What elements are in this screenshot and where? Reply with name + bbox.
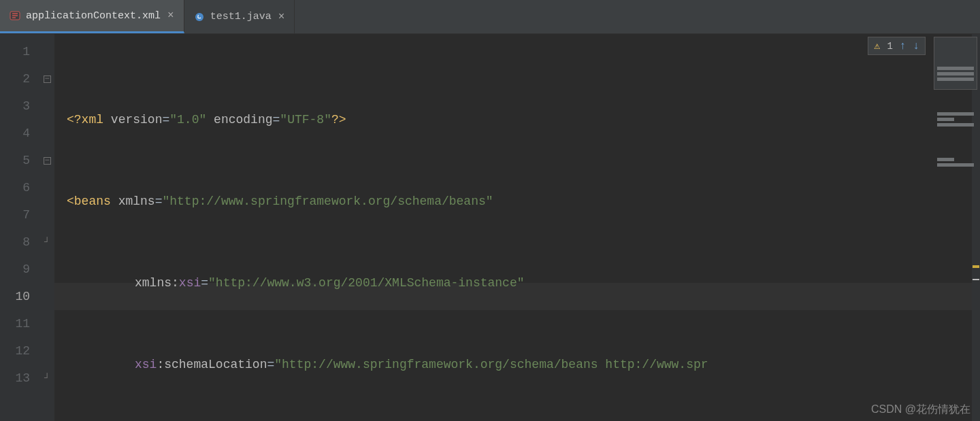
line-number: 7	[0, 201, 30, 229]
java-file-icon	[194, 12, 205, 22]
fold-end-icon: ┘	[39, 365, 54, 392]
code-line: <beans xmlns="http://www.springframework…	[67, 188, 980, 215]
prev-problem-icon[interactable]: ↑	[900, 40, 906, 52]
code-editor[interactable]: 1 2 3 4 5 6 7 8 9 10 11 12 13 − − ┘ ┘ <?…	[0, 34, 980, 421]
tab-label: applicationContext.xml	[26, 10, 161, 22]
warning-icon: ⚠	[874, 39, 880, 52]
fold-toggle-icon[interactable]: −	[39, 65, 54, 92]
close-icon[interactable]: ×	[277, 11, 287, 23]
line-number-gutter: 1 2 3 4 5 6 7 8 9 10 11 12 13	[0, 34, 39, 421]
line-number: 4	[0, 120, 30, 147]
line-number: 13	[0, 365, 30, 392]
code-area[interactable]: <?xml version="1.0" encoding="UTF-8"?> <…	[54, 34, 980, 421]
tab-label: test1.java	[210, 11, 272, 22]
tab-test1[interactable]: test1.java ×	[184, 0, 295, 33]
line-number: 10	[0, 283, 30, 310]
line-number: 11	[0, 310, 30, 337]
watermark-text: CSDN @花伤情犹在	[871, 403, 970, 417]
editor-tabbar: applicationContext.xml × test1.java ×	[0, 0, 980, 34]
tab-applicationcontext[interactable]: applicationContext.xml ×	[0, 0, 184, 33]
line-number: 9	[0, 256, 30, 283]
fold-toggle-icon[interactable]: −	[39, 147, 54, 174]
svg-point-1	[195, 13, 203, 21]
xml-file-icon	[10, 10, 20, 21]
line-number: 8	[0, 229, 30, 256]
line-number: 1	[0, 38, 30, 65]
line-number: 5	[0, 147, 30, 174]
warning-marker[interactable]	[973, 265, 979, 268]
code-line: xmlns:xsi="http://www.w3.org/2001/XMLSch…	[67, 269, 980, 297]
next-problem-icon[interactable]: ↓	[913, 40, 919, 52]
warning-count: 1	[887, 41, 892, 52]
caret-marker	[973, 279, 979, 280]
fold-end-icon: ┘	[39, 229, 54, 256]
close-icon[interactable]: ×	[166, 10, 176, 22]
code-line: xsi:schemaLocation="http://www.springfra…	[67, 351, 980, 378]
line-number: 12	[0, 337, 30, 365]
line-number: 3	[0, 92, 30, 120]
line-number: 6	[0, 174, 30, 201]
inspection-indicator[interactable]: ⚠ 1 ↑ ↓	[868, 37, 926, 55]
code-minimap[interactable]	[934, 37, 977, 90]
fold-gutter: − − ┘ ┘	[39, 34, 54, 421]
code-line: <?xml version="1.0" encoding="UTF-8"?>	[67, 106, 980, 133]
line-number: 2	[0, 65, 30, 92]
